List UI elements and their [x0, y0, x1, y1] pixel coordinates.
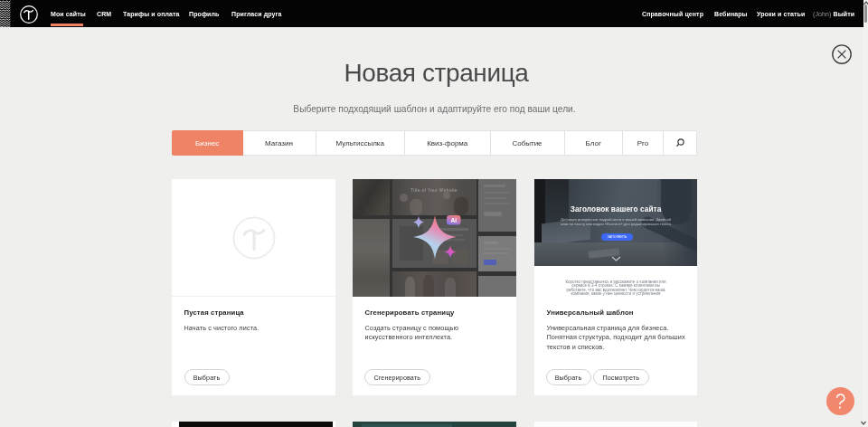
svg-text:AI: AI: [450, 217, 457, 223]
